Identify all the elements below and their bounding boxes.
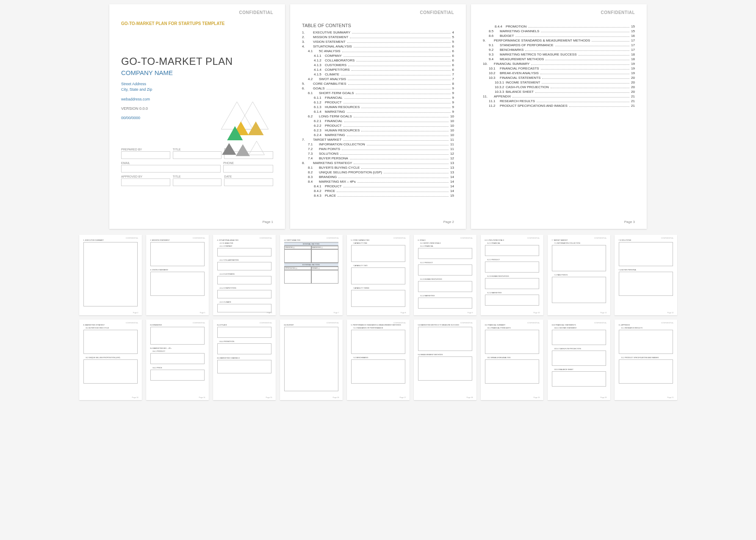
toc-dots — [541, 67, 629, 70]
page-thumbnail: CONFIDENTIAL9.3 MARKETING METRICS TO MEA… — [414, 320, 476, 400]
thumb-page-number: Page 19 — [534, 396, 540, 398]
toc-dots — [569, 104, 629, 107]
swot-cell — [284, 270, 311, 284]
toc-number: 11.2 — [489, 104, 500, 108]
thumb-item-label: 8.4.4 PROMOTION — [217, 340, 271, 342]
toc-number: 8.4 — [308, 180, 319, 184]
toc-entry: 4.SITUATIONAL ANALYSIS6 — [302, 45, 454, 48]
title-input-2[interactable] — [173, 178, 222, 186]
content-box — [619, 359, 673, 384]
toc-page: 20 — [631, 90, 635, 94]
thumb-item-label: CAPABILITY ONE — [351, 242, 405, 244]
toc-label: SITUATIONAL ANALYSIS — [313, 45, 352, 48]
toc-dots — [541, 29, 629, 32]
thumb-page-number: Page 10 — [534, 312, 540, 314]
toc-dots — [342, 49, 451, 52]
toc-page: 12 — [450, 156, 454, 160]
email-input[interactable] — [121, 165, 221, 173]
date-input-2[interactable] — [224, 178, 273, 186]
content-box — [418, 281, 472, 292]
toc-dots — [361, 128, 449, 131]
page-footer-1: Page 1 — [263, 220, 273, 224]
toc-number: 5. — [302, 82, 313, 86]
toc-entry: 9.2BENCHMARKS17 — [483, 48, 635, 52]
content-box — [83, 330, 138, 354]
toc-label: FINANCIAL SUMMARY — [494, 62, 529, 66]
toc-dots — [512, 95, 629, 97]
thumb-item-label: 6.2.3 HUMAN RESOURCES — [485, 275, 539, 277]
toc-dots — [356, 58, 450, 61]
content-box — [217, 276, 271, 284]
toc-page: 6 — [452, 54, 454, 58]
toc-label: MARKETING STRATEGY — [313, 161, 352, 165]
page-thumbnail: CONFIDENTIAL8.6 BUDGETPage 16 — [280, 320, 343, 400]
toc-number: 9.1 — [489, 43, 500, 47]
confidential-label: CONFIDENTIAL — [661, 322, 674, 324]
toc-label: COMPANY — [325, 54, 342, 58]
thumb-item-label: CAPABILITY THREE — [351, 287, 405, 289]
toc-title: TABLE OF CONTENTS — [302, 23, 454, 28]
approved-by-input[interactable] — [121, 178, 170, 186]
thumb-page-number: Page 15 — [266, 396, 272, 398]
toc-entry: 10.3.2CASH-FLOW PROJECTION20 — [483, 85, 635, 89]
toc-dots — [340, 152, 449, 155]
toc-label: RESEARCH RESULTS — [500, 99, 535, 103]
page-thumbnail: CONFIDENTIAL8. MARKETING STRATEGY8.1 BUY… — [79, 320, 142, 400]
content-box — [351, 245, 405, 262]
toc-page: 9 — [452, 100, 454, 104]
toc-page: 15 — [631, 29, 635, 33]
toc-number: 4.1.4 — [314, 68, 325, 72]
phone-label: PHONE — [223, 161, 273, 164]
toc-entry: 6.1.2PRODUCT9 — [302, 100, 454, 104]
toc-number: 8.6 — [489, 34, 500, 38]
page-3: CONFIDENTIAL 8.4.4PROMOTION158.5MARKETIN… — [471, 4, 647, 229]
page-thumbnail: CONFIDENTIAL6. GOALS6.1 SHORT-TERM GOALS… — [414, 235, 476, 315]
toc-page: 6 — [452, 45, 454, 48]
toc-entry: 4.15C ANALYSIS6 — [302, 49, 454, 53]
toc-label: CORE CAPABILITIES — [313, 82, 346, 86]
toc-page: 9 — [452, 91, 454, 95]
toc-label: BALANCE SHEET — [506, 90, 534, 94]
confidential-label: CONFIDENTIAL — [239, 10, 273, 15]
confidential-label: CONFIDENTIAL — [260, 322, 272, 324]
address-line-2: City, State and Zip — [121, 87, 273, 92]
toc-label: FINANCIAL — [325, 96, 343, 100]
thumb-item-label: 10.3.3 BALANCE SHEET — [552, 368, 606, 370]
page-thumbnail: CONFIDENTIAL9. PERFORMANCE STANDARDS & M… — [347, 320, 410, 400]
toc-dots — [352, 31, 450, 33]
toc-page: 14 — [450, 175, 454, 179]
thumb-heading: 7.4 BUYER PERSONA — [619, 269, 673, 271]
title-input-1[interactable] — [173, 151, 222, 159]
thumb-item-label: 9.1 STANDARDS OF PERFORMANCE — [351, 327, 405, 329]
content-box — [83, 359, 138, 384]
thumb-heading: 3. VISION STATEMENT — [150, 269, 205, 271]
toc-page: 4 — [452, 31, 454, 34]
thumb-item-label: 9.2 BENCHMARKS — [351, 356, 405, 359]
phone-input[interactable] — [223, 165, 273, 173]
content-box — [418, 264, 472, 276]
thumb-page-number: Page 7 — [334, 312, 339, 314]
thumb-item-label: CAPABILITY TWO — [351, 264, 405, 267]
thumb-item-label: 7.2 PAIN POINTS — [552, 274, 606, 276]
toc-entry: 6.1.4MARKETING9 — [302, 110, 454, 114]
content-box — [150, 370, 205, 381]
toc-number: 4.1.5 — [314, 72, 325, 76]
toc-entry: 6.1.3HUMAN RESOURCES9 — [302, 105, 454, 109]
toc-entry: 8.5MARKETING CHANNELS15 — [483, 29, 635, 33]
thumb-page-number: Page 21 — [667, 396, 674, 398]
confidential-label: CONFIDENTIAL — [193, 237, 205, 239]
toc-label: MARKETING CHANNELS — [500, 29, 539, 33]
prepared-by-input[interactable] — [121, 151, 170, 159]
toc-page: 7 — [452, 77, 454, 81]
toc-dots — [338, 194, 449, 197]
thumb-item-label: 6.2.4 MARKETING — [485, 292, 539, 294]
toc-dots — [361, 105, 450, 108]
toc-entry: 9.3MARKETING METRICS TO MEASURE SUCCESS1… — [483, 53, 635, 56]
thumb-heading: 7.3 SOLUTIONS — [619, 239, 673, 241]
confidential-label: CONFIDENTIAL — [260, 237, 272, 239]
toc-page: 9 — [452, 110, 454, 114]
toc-page: 6 — [452, 58, 454, 62]
title-label-1: TITLE — [173, 148, 222, 151]
toc-dots — [542, 81, 629, 84]
toc-label: 5C ANALYSIS — [319, 49, 341, 53]
